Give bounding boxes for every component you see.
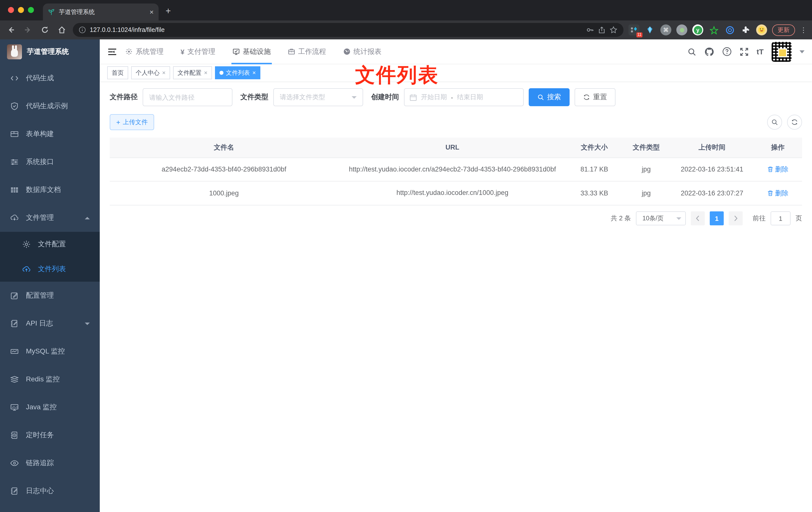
sidebar-item-file-list[interactable]: 文件列表 (0, 257, 100, 282)
password-key-icon[interactable] (586, 26, 594, 34)
browser-tab[interactable]: 芋道管理系统 × (43, 3, 158, 21)
sidebar-item-java-monitor[interactable]: Java 监控 (0, 393, 100, 421)
cloud-download-icon (10, 213, 19, 222)
tag-close-icon[interactable]: × (204, 69, 207, 76)
goto-page-input[interactable] (771, 212, 790, 225)
log-icon (10, 319, 19, 328)
delete-button[interactable]: 删除 (767, 165, 788, 174)
toggle-search-icon[interactable] (767, 115, 782, 130)
extension-emoji-icon[interactable] (756, 24, 767, 35)
top-menu-payment[interactable]: ¥ 支付管理 (180, 39, 215, 64)
extension-dot-icon[interactable] (676, 24, 687, 35)
sidebar-logo[interactable]: 芋道管理系统 (0, 39, 100, 64)
tab-close-icon[interactable]: × (150, 8, 154, 16)
layers-icon (10, 375, 19, 384)
gear-icon (125, 48, 133, 55)
sidebar-item-api-log[interactable]: API 日志 (0, 309, 100, 337)
avatar-caret-down-icon[interactable] (800, 50, 805, 53)
date-range-picker[interactable]: 开始日期 - 结束日期 (404, 88, 524, 106)
delete-button[interactable]: 删除 (767, 189, 788, 198)
address-bar[interactable]: 127.0.0.1:1024/infra/file/file (73, 23, 624, 37)
top-menu-reports[interactable]: 统计报表 (343, 39, 382, 64)
sidebar-item-db-doc[interactable]: 数据库文档 (0, 176, 100, 204)
red-annotation-text: 文件列表 (355, 61, 439, 89)
current-page[interactable]: 1 (710, 212, 724, 225)
sidebar-item-code-demo[interactable]: 代码生成示例 (0, 92, 100, 120)
upload-file-button[interactable]: + 上传文件 (110, 114, 154, 130)
cloud-upload-icon (22, 265, 31, 274)
fullscreen-icon[interactable] (740, 47, 749, 56)
share-icon[interactable] (598, 26, 606, 34)
extension-y-icon[interactable]: y (692, 24, 703, 35)
font-size-icon[interactable]: tT (757, 48, 764, 56)
tag-home[interactable]: 首页 (107, 66, 128, 79)
cell-url: http://test.yudao.iocoder.cn/a294ecb2-73… (338, 157, 567, 181)
avatar[interactable] (772, 42, 791, 62)
cell-file-name: a294ecb2-73dd-4353-bf40-296b8931d0bf (110, 157, 338, 181)
new-tab-button[interactable]: + (166, 6, 171, 17)
tag-file-config[interactable]: 文件配置 × (173, 66, 212, 79)
table-header-row: 文件名 URL 文件大小 文件类型 上传时间 操作 (110, 138, 802, 157)
table-row: 1000.jpeg http://test.yudao.iocoder.cn/1… (110, 181, 802, 205)
logo-rabbit-avatar (7, 44, 22, 59)
tag-file-list[interactable]: 文件列表 × (215, 66, 260, 79)
cell-file-type: jpg (622, 157, 670, 181)
sidebar-collapse-icon[interactable] (107, 47, 117, 56)
site-info-icon[interactable] (79, 26, 86, 33)
home-icon[interactable] (56, 26, 68, 34)
sidebar-item-form-builder[interactable]: 表单构建 (0, 120, 100, 148)
page: 芋道管理系统 × + 127.0.0.1:1024/infra/file/fil… (0, 0, 812, 512)
reset-button[interactable]: 重置 (575, 88, 615, 106)
col-url: URL (338, 138, 567, 157)
top-menu-workflow[interactable]: 工作流程 (288, 39, 326, 64)
top-menu-infrastructure[interactable]: 基础设施 (232, 39, 271, 64)
close-window-button[interactable] (8, 7, 14, 13)
next-page-button[interactable] (729, 212, 743, 225)
search-icon (537, 94, 544, 101)
github-icon[interactable] (704, 47, 714, 57)
prev-page-button[interactable] (691, 212, 705, 225)
sidebar-item-log-center[interactable]: 日志中心 (0, 477, 100, 505)
sidebar-item-tracing[interactable]: 链路追踪 (0, 449, 100, 477)
sidebar-item-scheduled-jobs[interactable]: 定时任务 (0, 421, 100, 449)
extension-badge: 11 (636, 32, 642, 37)
back-icon[interactable] (5, 26, 17, 34)
file-table: 文件名 URL 文件大小 文件类型 上传时间 操作 a294ecb2-73dd-… (110, 138, 802, 206)
sidebar-item-system-api[interactable]: 系统接口 (0, 148, 100, 176)
browser-menu-kebab-icon[interactable]: ⋮ (800, 26, 807, 34)
extension-gem-icon[interactable] (644, 24, 656, 35)
page-size-select[interactable]: 10条/页 (636, 212, 686, 225)
sidebar-item-mysql-monitor[interactable]: MySQL 监控 (0, 337, 100, 365)
sidebar-item-config-manage[interactable]: 配置管理 (0, 282, 100, 309)
extension-sider-icon[interactable]: 11 (629, 24, 639, 35)
tag-profile[interactable]: 个人中心 × (131, 66, 170, 79)
zoom-window-button[interactable] (28, 7, 34, 13)
tag-close-icon[interactable]: × (162, 69, 166, 76)
help-icon[interactable] (722, 47, 732, 56)
bookmark-star-icon[interactable] (609, 26, 617, 34)
search-button[interactable]: 搜索 (529, 88, 570, 106)
extensions-puzzle-icon[interactable] (740, 24, 751, 35)
sidebar-item-code-gen[interactable]: 代码生成 (0, 64, 100, 92)
extension-eye-icon[interactable] (724, 24, 735, 35)
chart-icon (10, 347, 19, 356)
sidebar-item-file-config[interactable]: 文件配置 (0, 232, 100, 257)
search-icon[interactable] (687, 47, 696, 56)
file-type-select[interactable]: 请选择文件类型 (273, 88, 363, 106)
browser-update-button[interactable]: 更新 (772, 24, 795, 36)
filter-bar: 文件路径 文件类型 请选择文件类型 创建时间 开始日期 - 结束日期 (110, 88, 802, 106)
extension-star-icon[interactable] (708, 24, 719, 35)
top-menu-system[interactable]: 系统管理 (125, 39, 164, 64)
refresh-table-icon[interactable] (787, 115, 802, 130)
extension-command-icon[interactable]: ⌘ (660, 24, 671, 35)
sidebar-item-file-manage[interactable]: 文件管理 (0, 204, 100, 232)
favicon-plant-icon (48, 8, 55, 16)
minimize-window-button[interactable] (18, 7, 24, 13)
file-path-input[interactable] (143, 88, 232, 106)
sidebar-item-redis-monitor[interactable]: Redis 监控 (0, 365, 100, 393)
calendar-icon (409, 93, 417, 101)
reload-icon[interactable] (39, 26, 51, 34)
tag-close-icon[interactable]: × (252, 69, 256, 76)
chevron-down-icon (676, 217, 681, 220)
forward-icon[interactable] (22, 26, 34, 34)
